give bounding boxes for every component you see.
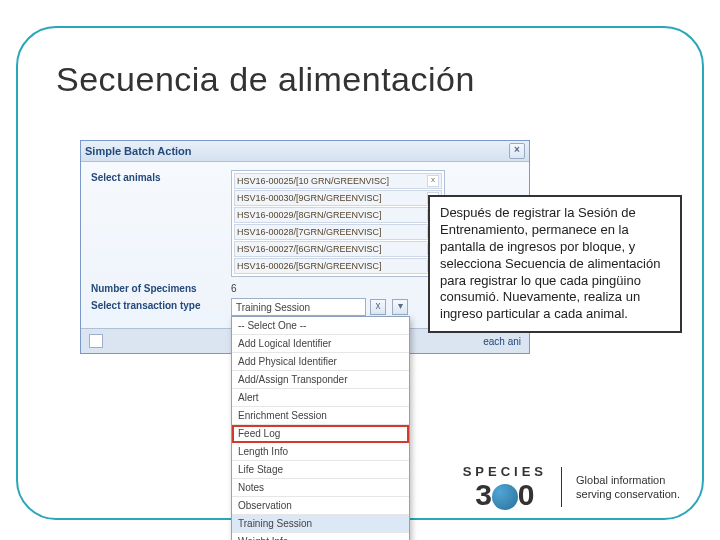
dropdown-item[interactable]: -- Select One --: [232, 317, 409, 335]
animal-token: HSV16-00030/[9GRN/GREENVISC] x: [234, 190, 442, 206]
callout-note: Después de registrar la Sesión de Entren…: [428, 195, 682, 333]
dropdown-item[interactable]: Length Info: [232, 443, 409, 461]
animal-token: HSV16-00029/[8GRN/GREENVISC] x: [234, 207, 442, 223]
animal-token: HSV16-00027/[6GRN/GREENVISC] x: [234, 241, 442, 257]
slide: Secuencia de alimentación Simple Batch A…: [0, 0, 720, 540]
label-select-animals: Select animals: [91, 170, 231, 183]
globe-icon: [492, 484, 518, 510]
slide-title: Secuencia de alimentación: [56, 60, 475, 99]
brand-tagline-line1: Global information: [576, 473, 680, 487]
brand-digit-3: 3: [475, 478, 492, 511]
animals-token-box[interactable]: HSV16-00025/[10 GRN/GREENVISC] x HSV16-0…: [231, 170, 445, 277]
brand-number: 30: [463, 478, 547, 510]
footer-checkbox-label: each ani: [483, 336, 521, 347]
transaction-type-dropdown: -- Select One --Add Logical IdentifierAd…: [231, 316, 410, 540]
clear-select-icon[interactable]: x: [370, 299, 386, 315]
dropdown-item[interactable]: Notes: [232, 479, 409, 497]
dropdown-item[interactable]: Enrichment Session: [232, 407, 409, 425]
animal-token-label: HSV16-00027/[6GRN/GREENVISC]: [237, 244, 382, 254]
label-num-specimens: Number of Specimens: [91, 281, 231, 294]
dropdown-item[interactable]: Add Physical Identifier: [232, 353, 409, 371]
dropdown-item[interactable]: Add/Assign Transponder: [232, 371, 409, 389]
brand-logo: SPECIES 30: [463, 465, 547, 510]
animal-token: HSV16-00025/[10 GRN/GREENVISC] x: [234, 173, 442, 189]
dropdown-item[interactable]: Life Stage: [232, 461, 409, 479]
transaction-type-value: Training Session: [236, 302, 310, 313]
animal-token-label: HSV16-00028/[7GRN/GREENVISC]: [237, 227, 382, 237]
brand-name: SPECIES: [463, 465, 547, 478]
window-title-bar: Simple Batch Action ×: [81, 141, 529, 162]
dropdown-item[interactable]: Alert: [232, 389, 409, 407]
dropdown-item[interactable]: Weight Info: [232, 533, 409, 540]
dropdown-item[interactable]: Add Logical Identifier: [232, 335, 409, 353]
chevron-down-icon[interactable]: ▾: [392, 299, 408, 315]
brand-tagline: Global information serving conservation.: [576, 473, 680, 502]
footer-checkbox[interactable]: [89, 334, 103, 348]
close-icon[interactable]: ×: [509, 143, 525, 159]
brand-tagline-line2: serving conservation.: [576, 487, 680, 501]
brand-digit-0: 0: [518, 478, 535, 511]
transaction-type-input[interactable]: Training Session: [231, 298, 366, 316]
label-transaction-type: Select transaction type: [91, 298, 231, 311]
animal-token-label: HSV16-00025/[10 GRN/GREENVISC]: [237, 176, 389, 186]
brand-block: SPECIES 30 Global information serving co…: [463, 465, 680, 510]
animal-token: HSV16-00026/[5GRN/GREENVISC] x: [234, 258, 442, 274]
dropdown-item[interactable]: Feed Log: [232, 425, 409, 443]
value-num-specimens: 6: [231, 281, 237, 294]
window-title: Simple Batch Action: [85, 145, 192, 157]
animal-token-label: HSV16-00029/[8GRN/GREENVISC]: [237, 210, 382, 220]
dropdown-item[interactable]: Training Session: [232, 515, 409, 533]
dropdown-item[interactable]: Observation: [232, 497, 409, 515]
animal-token-label: HSV16-00026/[5GRN/GREENVISC]: [237, 261, 382, 271]
remove-token-icon[interactable]: x: [427, 175, 439, 187]
animal-token: HSV16-00028/[7GRN/GREENVISC] x: [234, 224, 442, 240]
animal-token-label: HSV16-00030/[9GRN/GREENVISC]: [237, 193, 382, 203]
brand-divider: [561, 467, 562, 507]
transaction-type-select: Training Session x ▾ -- Select One --Add…: [231, 298, 408, 316]
